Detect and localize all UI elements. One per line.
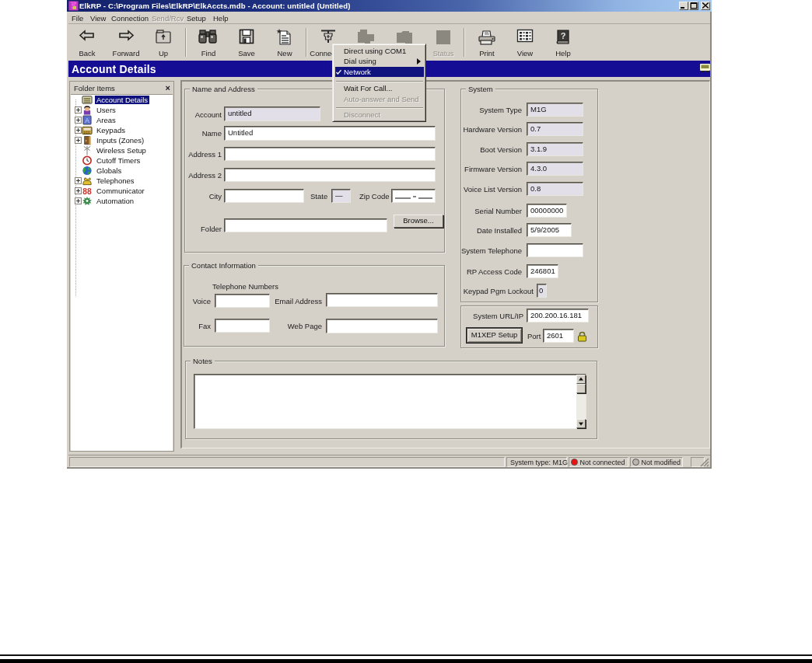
svg-text:A: A [85, 117, 89, 124]
svg-text:?: ? [561, 31, 566, 40]
svg-text:88: 88 [82, 187, 92, 196]
